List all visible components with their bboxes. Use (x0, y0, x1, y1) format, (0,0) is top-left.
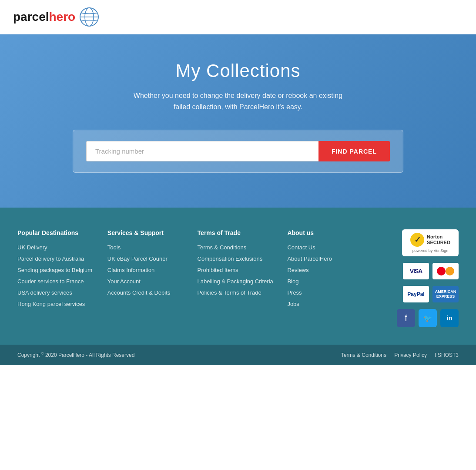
footer-link[interactable]: Press (287, 289, 302, 296)
list-item: Accounts Credit & Debits (107, 289, 189, 296)
search-box: FIND PARCEL (73, 130, 403, 173)
amex-card: AMERICAN EXPRESS (432, 286, 459, 302)
footer-link[interactable]: Blog (287, 278, 298, 285)
tracking-input[interactable] (86, 141, 318, 161)
list-item: Hong Kong parcel services (17, 300, 99, 308)
logo-hero: hero (49, 10, 76, 24)
mc-right-circle (446, 267, 454, 275)
footer-link[interactable]: About ParcelHero (287, 255, 332, 262)
norton-badge: ✓ Norton SECURED powered by VeriSign (402, 229, 459, 256)
list-item: Courier services to France (17, 277, 99, 285)
list-item: Reviews (287, 266, 369, 274)
logo[interactable]: parcelhero (13, 7, 100, 27)
social-row: f 🐦 in (397, 309, 459, 327)
footer-link[interactable]: Hong Kong parcel services (17, 301, 85, 307)
list-item: Jobs (287, 300, 369, 308)
mc-left-circle (437, 267, 446, 275)
footer-link[interactable]: UK Delivery (17, 244, 47, 251)
list-item: Labelling & Packaging Criteria (198, 277, 279, 285)
header: parcelhero (0, 0, 476, 34)
globe-icon (79, 7, 100, 27)
list-item: Parcel delivery to Australia (17, 255, 99, 262)
norton-checkmark-icon: ✓ (410, 233, 424, 247)
footer-link[interactable]: Your Account (107, 278, 141, 285)
list-item: Prohibited Items (198, 266, 279, 274)
footer-popular-destinations: Popular Destinations UK Delivery Parcel … (17, 229, 99, 327)
footer-link[interactable]: UK eBay Parcel Courier (107, 255, 168, 262)
terms-conditions-link[interactable]: Terms & Conditions (341, 352, 386, 358)
footer-link[interactable]: Sending packages to Belgium (17, 267, 92, 273)
hero-subtitle: Whether you need to change the delivery … (125, 90, 351, 112)
logo-parcel: parcel (13, 10, 49, 24)
footer-link[interactable]: Jobs (287, 301, 299, 307)
facebook-button[interactable]: f (397, 309, 415, 327)
footer-link[interactable]: Contact Us (287, 244, 315, 251)
footer-terms-of-trade: Terms of Trade Terms & Conditions Compen… (198, 229, 279, 327)
list-item: UK eBay Parcel Courier (107, 255, 189, 262)
footer-link[interactable]: Compensation Exclusions (198, 255, 263, 262)
list-item: Terms & Conditions (198, 243, 279, 251)
list-item: Compensation Exclusions (198, 255, 279, 262)
norton-verisign-text: powered by VeriSign (412, 248, 449, 253)
hero-section: My Collections Whether you need to chang… (0, 34, 476, 208)
footer-link[interactable]: Tools (107, 244, 121, 251)
norton-top: ✓ Norton SECURED (410, 233, 450, 247)
list-item: Your Account (107, 277, 189, 285)
list-item: Blog (287, 277, 369, 285)
payment-row-1: VISA (403, 263, 459, 279)
footer-col4-title: About us (287, 229, 369, 236)
footer-link[interactable]: Policies & Terms of Trade (198, 289, 261, 296)
list-item: About ParcelHero (287, 255, 369, 262)
list-item: Claims Information (107, 266, 189, 274)
list-item: Press (287, 289, 369, 296)
iishost-link[interactable]: IISHOST3 (435, 352, 459, 358)
footer-link[interactable]: Prohibited Items (198, 267, 238, 273)
footer-about-us: About us Contact Us About ParcelHero Rev… (287, 229, 369, 327)
norton-text: Norton SECURED (427, 234, 450, 245)
footer-link[interactable]: Claims Information (107, 267, 154, 273)
footer-link[interactable]: Terms & Conditions (198, 244, 247, 251)
footer: Popular Destinations UK Delivery Parcel … (0, 208, 476, 345)
footer-col1-list: UK Delivery Parcel delivery to Australia… (17, 243, 99, 308)
footer-col4-list: Contact Us About ParcelHero Reviews Blog… (287, 243, 369, 308)
footer-link[interactable]: Parcel delivery to Australia (17, 255, 84, 262)
footer-link[interactable]: Reviews (287, 267, 308, 273)
find-parcel-button[interactable]: FIND PARCEL (318, 141, 390, 161)
footer-services-support: Services & Support Tools UK eBay Parcel … (107, 229, 189, 327)
footer-col3-list: Terms & Conditions Compensation Exclusio… (198, 243, 279, 296)
footer-link[interactable]: USA delivery services (17, 289, 72, 296)
list-item: UK Delivery (17, 243, 99, 251)
logo-text: parcelhero (13, 10, 75, 24)
footer-link[interactable]: Courier services to France (17, 278, 84, 285)
footer-col2-list: Tools UK eBay Parcel Courier Claims Info… (107, 243, 189, 296)
list-item: Sending packages to Belgium (17, 266, 99, 274)
paypal-card: PayPal (403, 286, 429, 302)
footer-col3-title: Terms of Trade (198, 229, 279, 236)
hero-title: My Collections (9, 60, 467, 81)
facebook-icon: f (405, 313, 407, 323)
linkedin-button[interactable]: in (440, 309, 459, 327)
footer-grid: Popular Destinations UK Delivery Parcel … (17, 229, 459, 327)
footer-link[interactable]: Labelling & Packaging Criteria (198, 278, 273, 285)
twitter-button[interactable]: 🐦 (419, 309, 437, 327)
footer-col1-title: Popular Destinations (17, 229, 99, 236)
footer-badges: ✓ Norton SECURED powered by VeriSign VIS… (377, 229, 459, 327)
copyright-text: Copyright © 2020 ParcelHero - All Rights… (17, 352, 134, 358)
mastercard-card (432, 263, 459, 279)
payment-row-2: PayPal AMERICAN EXPRESS (403, 286, 459, 302)
list-item: Tools (107, 243, 189, 251)
footer-link[interactable]: Accounts Credit & Debits (107, 289, 171, 296)
twitter-icon: 🐦 (423, 314, 432, 322)
list-item: Policies & Terms of Trade (198, 289, 279, 296)
privacy-policy-link[interactable]: Privacy Policy (394, 352, 427, 358)
visa-card: VISA (403, 263, 429, 279)
bottom-bar: Copyright © 2020 ParcelHero - All Rights… (0, 345, 476, 365)
footer-col2-title: Services & Support (107, 229, 189, 236)
list-item: USA delivery services (17, 289, 99, 296)
bottom-links: Terms & Conditions Privacy Policy IISHOS… (335, 352, 459, 358)
list-item: Contact Us (287, 243, 369, 251)
linkedin-icon: in (447, 315, 452, 322)
